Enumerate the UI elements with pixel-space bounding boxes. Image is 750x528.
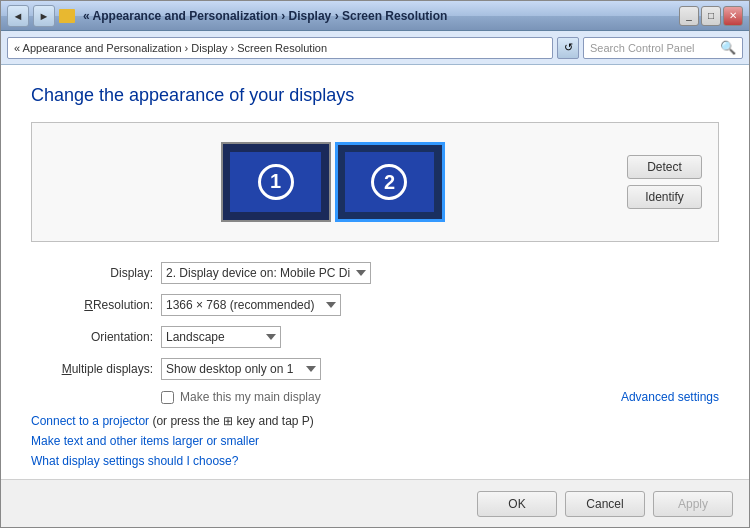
monitor-area: 1 2 Detec [31,122,719,242]
resolution-row: RResolution: 1366 × 768 (recommended) [31,294,719,316]
projector-link-item: Connect to a projector (or press the ⊞ k… [31,414,719,428]
monitor-2-inner: 2 [345,152,433,211]
display-row: Display: 2. Display device on: Mobile PC… [31,262,719,284]
monitor-1-number: 1 [258,164,294,200]
multiple-displays-control: Show desktop only on 1 [161,358,321,380]
orientation-select[interactable]: Landscape [161,326,281,348]
main-content: Change the appearance of your displays 1 [1,65,749,479]
orientation-label: Orientation: [31,330,161,344]
search-box[interactable]: Search Control Panel 🔍 [583,37,743,59]
minimize-button[interactable]: _ [679,6,699,26]
text-size-link-item: Make text and other items larger or smal… [31,434,719,448]
identify-button[interactable]: Identify [627,185,702,209]
resolution-label: RResolution: [31,298,161,312]
monitor-2[interactable]: 2 [335,142,445,222]
forward-button[interactable]: ► [33,5,55,27]
monitor-2-number: 2 [371,164,407,200]
display-select[interactable]: 2. Display device on: Mobile PC Display [161,262,371,284]
address-breadcrumb: « Appearance and Personalization › Displ… [14,42,327,54]
projector-link-extra: (or press the ⊞ key and tap P) [152,414,313,428]
monitor-buttons: Detect Identify [627,155,702,209]
orientation-control: Landscape [161,326,281,348]
monitors-container: 1 2 [48,142,617,222]
title-bar: ◄ ► « Appearance and Personalization › D… [1,1,749,31]
apply-button[interactable]: Apply [653,491,733,517]
refresh-button[interactable]: ↺ [557,37,579,59]
resolution-control: 1366 × 768 (recommended) [161,294,341,316]
bottom-bar: OK Cancel Apply [1,479,749,527]
address-field[interactable]: « Appearance and Personalization › Displ… [7,37,553,59]
window-title: « Appearance and Personalization › Displ… [83,9,447,23]
main-display-label: Make this my main display [161,390,321,404]
search-placeholder: Search Control Panel [590,42,695,54]
close-button[interactable]: ✕ [723,6,743,26]
text-size-link[interactable]: Make text and other items larger or smal… [31,434,259,448]
cancel-button[interactable]: Cancel [565,491,645,517]
resolution-select[interactable]: 1366 × 768 (recommended) [161,294,341,316]
title-bar-left: ◄ ► « Appearance and Personalization › D… [7,5,679,27]
monitor-1-inner: 1 [230,152,320,213]
display-settings-link[interactable]: What display settings should I choose? [31,454,238,468]
detect-button[interactable]: Detect [627,155,702,179]
maximize-button[interactable]: □ [701,6,721,26]
links-section: Connect to a projector (or press the ⊞ k… [31,414,719,468]
monitor-2-screen: 2 [335,142,445,222]
address-bar: « Appearance and Personalization › Displ… [1,31,749,65]
page-title: Change the appearance of your displays [31,85,719,106]
multiple-displays-select[interactable]: Show desktop only on 1 [161,358,321,380]
advanced-settings-link[interactable]: Advanced settings [621,390,719,404]
main-display-checkbox[interactable] [161,391,174,404]
multiple-displays-row: Multiple displays: Show desktop only on … [31,358,719,380]
search-icon: 🔍 [720,40,736,55]
folder-icon [59,9,75,23]
orientation-row: Orientation: Landscape [31,326,719,348]
projector-link[interactable]: Connect to a projector [31,414,149,428]
ok-button[interactable]: OK [477,491,557,517]
display-settings-link-item: What display settings should I choose? [31,454,719,468]
checkbox-row: Make this my main display Advanced setti… [161,390,719,404]
window: ◄ ► « Appearance and Personalization › D… [0,0,750,528]
monitor-1[interactable]: 1 [221,142,331,222]
multiple-displays-label: Multiple displays: [31,362,161,376]
monitor-1-screen: 1 [221,142,331,222]
back-button[interactable]: ◄ [7,5,29,27]
display-control: 2. Display device on: Mobile PC Display [161,262,371,284]
display-label: Display: [31,266,161,280]
title-bar-controls: _ □ ✕ [679,6,743,26]
